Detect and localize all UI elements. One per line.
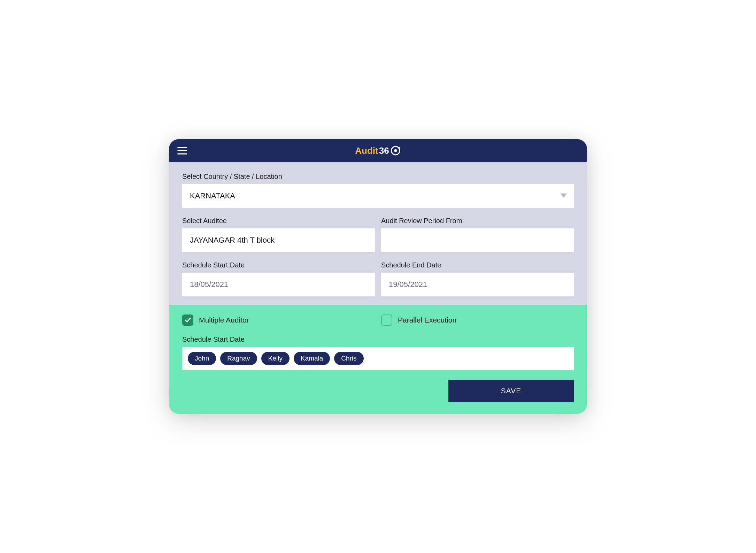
auditors-label: Schedule Start Date <box>182 335 574 343</box>
review-period-input[interactable] <box>381 228 574 252</box>
auditee-label: Select Auditee <box>182 217 375 225</box>
end-date-input[interactable] <box>381 273 574 296</box>
header-bar: Audit 36 <box>169 139 587 162</box>
parallel-execution-label: Parallel Execution <box>398 316 456 324</box>
start-date-label: Schedule Start Date <box>182 261 375 269</box>
auditor-tag[interactable]: Chris <box>334 352 363 365</box>
auditee-input[interactable] <box>182 228 375 252</box>
auditor-tag[interactable]: Raghav <box>220 352 257 365</box>
form-section: Select Country / State / Location Select… <box>169 162 587 305</box>
end-date-label: Schedule End Date <box>381 261 574 269</box>
multiple-auditor-checkbox[interactable] <box>182 315 193 326</box>
parallel-execution-checkbox[interactable] <box>381 315 392 326</box>
country-select[interactable] <box>182 184 574 208</box>
country-select-wrapper <box>182 184 574 208</box>
country-label: Select Country / State / Location <box>182 173 574 181</box>
auditor-tag[interactable]: Kelly <box>261 352 290 365</box>
hamburger-icon <box>177 147 187 148</box>
app-logo: Audit 36 <box>355 145 401 156</box>
logo-text-audit: Audit <box>355 145 378 156</box>
auditor-tag[interactable]: Kamala <box>294 352 330 365</box>
start-date-input[interactable] <box>182 273 375 296</box>
auditors-input[interactable]: John Raghav Kelly Kamala Chris <box>182 347 574 370</box>
logo-text-36: 36 <box>379 145 389 156</box>
review-period-label: Audit Review Period From: <box>381 217 574 225</box>
svg-point-1 <box>394 149 397 152</box>
app-frame: Audit 36 Select Country / State / Locati… <box>169 139 587 414</box>
menu-button[interactable] <box>177 147 187 154</box>
refresh-circle-icon <box>391 145 401 156</box>
save-button[interactable]: SAVE <box>448 380 574 402</box>
auditor-tag[interactable]: John <box>188 352 216 365</box>
check-icon <box>185 318 191 323</box>
parallel-execution-group: Parallel Execution <box>381 315 574 326</box>
options-section: Multiple Auditor Parallel Execution Sche… <box>169 305 587 414</box>
multiple-auditor-group: Multiple Auditor <box>182 315 375 326</box>
multiple-auditor-label: Multiple Auditor <box>199 316 249 324</box>
